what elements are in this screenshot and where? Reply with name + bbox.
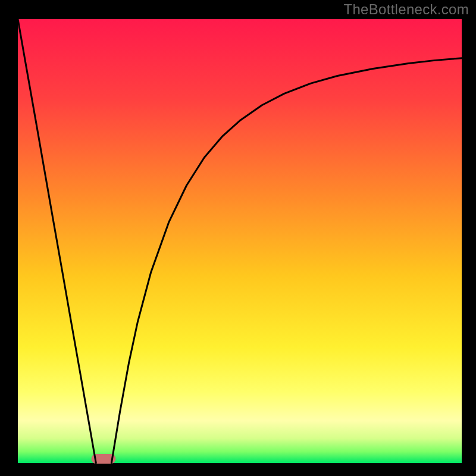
bottleneck-chart xyxy=(0,0,476,476)
watermark-text: TheBottleneck.com xyxy=(343,1,469,18)
chart-frame: TheBottleneck.com xyxy=(0,0,476,476)
